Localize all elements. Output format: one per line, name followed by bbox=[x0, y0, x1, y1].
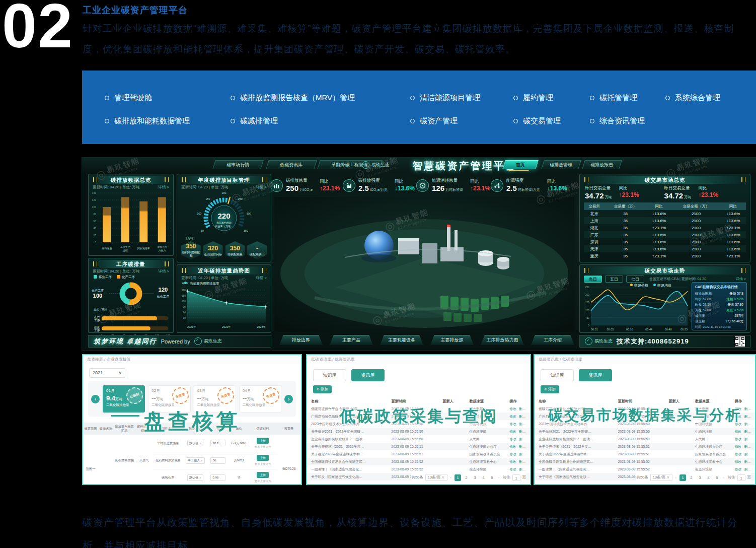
news-row[interactable]: 关于确定2022年度碳达峰碳中和…2023-08-09 15:55:51国家发展… bbox=[535, 450, 755, 458]
delete-link[interactable]: 删除 bbox=[519, 415, 526, 418]
value-input[interactable]: 20.3 bbox=[210, 440, 225, 446]
delete-link[interactable]: 删除 bbox=[744, 452, 751, 456]
goto-page-input[interactable]: 1 bbox=[737, 474, 745, 481]
delete-link[interactable]: 删除 bbox=[519, 445, 526, 448]
detail-link[interactable]: 详情 > bbox=[159, 185, 169, 190]
page-number[interactable]: 4 bbox=[705, 474, 712, 481]
detail-link[interactable]: 详情 > bbox=[736, 277, 746, 282]
edit-link[interactable]: 修改 bbox=[509, 452, 516, 456]
upload-button[interactable]: 上传 bbox=[257, 455, 269, 461]
next-page-button[interactable]: › bbox=[497, 475, 501, 480]
scene-btn-heatmap[interactable]: 工序排放热力图 bbox=[481, 335, 524, 345]
news-row[interactable]: 关于做好2021、2022年度全国碳…2023-08-09 15:55:50生态… bbox=[307, 428, 530, 435]
news-row[interactable]: 关于公开征求《2021、2022年度…2023-08-09 15:55:51生态… bbox=[535, 443, 755, 450]
month-card[interactable]: 02月 --万吨 二氧化碳排放量 未盘查 bbox=[148, 385, 190, 413]
month-card[interactable]: 01月 9.4万吨 二氧化碳排放量 已编制 bbox=[103, 385, 145, 413]
scene-btn-process-intro[interactable]: 工序介绍 bbox=[531, 335, 574, 345]
delete-link[interactable]: 删除 bbox=[744, 407, 751, 410]
delete-link[interactable]: 删除 bbox=[744, 415, 751, 418]
page-number[interactable]: 3 bbox=[697, 474, 703, 481]
edit-link[interactable]: 修改 bbox=[509, 460, 516, 463]
news-row[interactable]: 企业碳排放如何核查核算？一图读…2023-08-09 15:55:50人民网修改… bbox=[535, 435, 755, 443]
prev-page-button[interactable]: ‹ bbox=[449, 475, 453, 480]
next-page-button[interactable]: › bbox=[722, 475, 726, 480]
delete-link[interactable]: 删除 bbox=[519, 430, 526, 433]
per-page-select[interactable]: 10条/页 ∨ bbox=[650, 474, 672, 481]
edit-link[interactable]: 修改 bbox=[735, 407, 742, 410]
delete-link[interactable]: 删除 bbox=[744, 445, 751, 448]
upload-button[interactable]: 上传 bbox=[257, 438, 269, 444]
page-number[interactable]: 1 bbox=[455, 474, 461, 481]
delete-link[interactable]: 删除 bbox=[744, 467, 751, 471]
news-row[interactable]: 一图读懂｜《国家适应气候变化…2023-08-09 15:55:52生态环境部修… bbox=[307, 465, 530, 473]
detail-link[interactable]: 详情 > bbox=[256, 185, 267, 190]
tab-today[interactable]: 当日 bbox=[584, 276, 602, 283]
edit-link[interactable]: 修改 bbox=[509, 415, 516, 418]
edit-link[interactable]: 修改 bbox=[509, 467, 516, 471]
delete-link[interactable]: 删除 bbox=[744, 422, 751, 426]
scene-btn-boundary[interactable]: 排放边界 bbox=[279, 335, 323, 345]
edit-link[interactable]: 修改 bbox=[735, 415, 742, 418]
scene-btn-sources[interactable]: 主要排放源 bbox=[430, 335, 474, 345]
delete-link[interactable]: 删除 bbox=[519, 452, 526, 456]
delete-link[interactable]: 删除 bbox=[744, 460, 751, 463]
next-month-button[interactable]: › bbox=[284, 395, 293, 403]
detail-link[interactable]: 详情 > bbox=[159, 269, 169, 274]
select-box[interactable]: 默认值∨ bbox=[187, 440, 203, 446]
tab-5day[interactable]: 五日 bbox=[605, 276, 623, 283]
news-row[interactable]: 低碳可证操作平台 创新助力“双…2023-08-09 15:55:49南方电网修… bbox=[307, 405, 530, 413]
edit-link[interactable]: 修改 bbox=[509, 422, 516, 426]
nav-carbon-market[interactable]: 碳市场行情 bbox=[212, 160, 264, 169]
news-row[interactable]: 企业碳排放如何核查核算？一图读…2023-08-09 15:55:50人民网修改… bbox=[307, 435, 530, 443]
nav-home[interactable]: 首页 bbox=[502, 160, 539, 169]
value-input[interactable]: 50 bbox=[210, 457, 225, 464]
month-card[interactable]: 04月 --万吨 二氧化碳排放量 未盘查 bbox=[239, 385, 281, 413]
nav-lowcarbon-library[interactable]: 低碳资讯库 bbox=[266, 160, 317, 169]
tab-knowledge[interactable]: 知识库 bbox=[313, 369, 346, 381]
news-row[interactable]: 广州启动绿色低碳美好城市生态产品…2023-08-09 15:55:50广州日报… bbox=[307, 413, 530, 420]
delete-link[interactable]: 删除 bbox=[519, 407, 526, 410]
detail-link[interactable]: 详情 > bbox=[256, 276, 267, 281]
page-number[interactable]: 5 bbox=[489, 474, 495, 481]
edit-link[interactable]: 修改 bbox=[735, 430, 742, 433]
news-row[interactable]: 关于确定2022年度碳达峰碳中和…2023-08-09 15:55:51国家发展… bbox=[307, 450, 530, 458]
upload-button[interactable]: 上传 bbox=[257, 472, 269, 478]
delete-link[interactable]: 删除 bbox=[519, 422, 526, 426]
value-input[interactable]: 0.98 bbox=[210, 474, 225, 481]
delete-link[interactable]: 删除 bbox=[519, 437, 526, 441]
news-row[interactable]: 低碳可证操作平台 创新助力“双…2023-08-09 15:55:49南方电网修… bbox=[535, 405, 755, 413]
select-box[interactable]: 默认值∨ bbox=[187, 474, 203, 481]
edit-link[interactable]: 修改 bbox=[509, 437, 516, 441]
page-number[interactable]: 4 bbox=[480, 474, 487, 481]
goto-page-input[interactable]: 1 bbox=[512, 474, 520, 481]
edit-link[interactable]: 修改 bbox=[509, 445, 516, 448]
select-box[interactable]: 手工输入∨ bbox=[186, 457, 205, 464]
news-row[interactable]: 一图读懂｜《国家适应气候变化…2023-08-09 15:55:52生态环境部修… bbox=[535, 465, 755, 473]
news-row[interactable]: 关于做好2021、2022年度全国碳…2023-08-09 15:55:50生态… bbox=[535, 428, 755, 435]
page-number[interactable]: 5 bbox=[714, 474, 720, 481]
news-row[interactable]: 2023中国环境技术大会成功举办2023-08-09 15:55:50中国环境报… bbox=[535, 420, 755, 428]
month-card[interactable]: 03月 --万吨 二氧化碳排放量 未盘查 bbox=[194, 385, 236, 413]
add-button[interactable]: ⊕ 添加 bbox=[541, 385, 559, 393]
edit-link[interactable]: 修改 bbox=[509, 430, 516, 433]
edit-link[interactable]: 修改 bbox=[735, 445, 742, 448]
scene-btn-products[interactable]: 主要产品 bbox=[330, 335, 373, 345]
page-number[interactable]: 2 bbox=[463, 474, 470, 481]
per-page-select[interactable]: 10条/页 ∨ bbox=[425, 474, 447, 481]
prev-page-button[interactable]: ‹ bbox=[674, 475, 678, 480]
edit-link[interactable]: 修改 bbox=[735, 452, 742, 456]
edit-link[interactable]: 修改 bbox=[735, 437, 742, 441]
add-button[interactable]: ⊕ 添加 bbox=[313, 385, 332, 393]
tab-news[interactable]: 资讯库 bbox=[351, 369, 385, 381]
delete-link[interactable]: 删除 bbox=[519, 460, 526, 463]
delete-link[interactable]: 删除 bbox=[744, 430, 751, 433]
edit-link[interactable]: 修改 bbox=[509, 407, 516, 410]
nav-emission-report[interactable]: 碳排放报告 bbox=[582, 160, 622, 169]
year-select[interactable]: 2021∨ bbox=[89, 368, 125, 378]
tab-news[interactable]: 资讯库 bbox=[579, 369, 612, 381]
edit-link[interactable]: 修改 bbox=[735, 467, 742, 471]
prev-month-button[interactable]: ‹ bbox=[91, 395, 100, 403]
news-row[interactable]: 2023中国环境技术大会成功举办2023-08-09 15:55:50中国环境报… bbox=[307, 420, 530, 428]
edit-link[interactable]: 修改 bbox=[735, 422, 742, 426]
scene-btn-equipment[interactable]: 主要耗能设备 bbox=[380, 335, 423, 345]
